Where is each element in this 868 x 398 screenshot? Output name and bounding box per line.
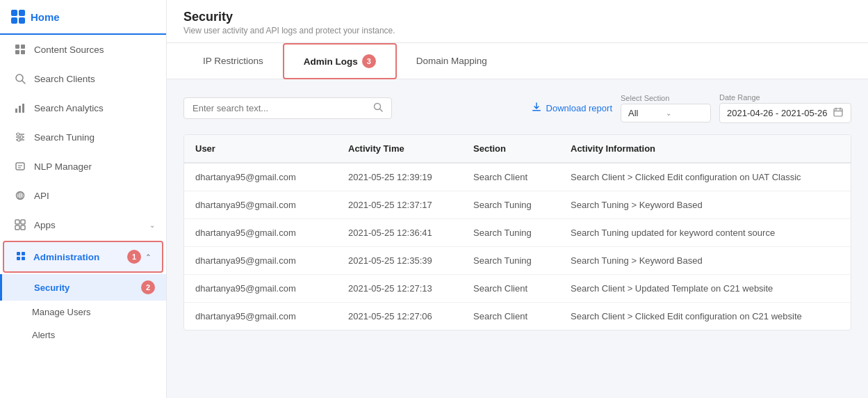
sidebar-item-search-clients[interactable]: Search Clients [0, 64, 166, 93]
table-row: dhartanya95@gmail.com 2021-05-25 12:36:4… [184, 219, 851, 247]
apps-icon [13, 218, 27, 232]
cell-section-1: Search Tuning [462, 191, 559, 219]
cell-time-1: 2021-05-25 12:37:17 [337, 191, 462, 219]
tab-admin-logs[interactable]: Admin Logs 3 [283, 43, 397, 79]
cell-section-3: Search Tuning [462, 247, 559, 275]
cell-time-0: 2021-05-25 12:39:19 [337, 163, 462, 191]
tab-ip-restrictions[interactable]: IP Restrictions [183, 46, 283, 77]
administration-chevron-icon: ⌃ [145, 253, 151, 261]
table-header-row: User Activity Time Section Activity Info… [184, 135, 851, 163]
table-row: dhartanya95@gmail.com 2021-05-25 12:27:1… [184, 275, 851, 303]
col-header-section: Section [462, 135, 559, 163]
api-icon [13, 189, 27, 202]
svg-rect-31 [532, 110, 541, 111]
search-icon[interactable] [373, 102, 383, 114]
cell-user-4: dhartanya95@gmail.com [184, 275, 337, 303]
table-row: dhartanya95@gmail.com 2021-05-25 12:27:0… [184, 303, 851, 331]
content-area: Download report Select Section All ⌄ Dat… [167, 79, 868, 398]
svg-rect-15 [16, 163, 24, 170]
sidebar-search-analytics-label: Search Analytics [34, 103, 104, 113]
sidebar-security-label: Security [34, 282, 69, 293]
table-row: dhartanya95@gmail.com 2021-05-25 12:37:1… [184, 191, 851, 219]
sidebar-logo[interactable]: Home [0, 0, 166, 35]
sidebar-search-tuning-label: Search Tuning [34, 132, 95, 143]
svg-rect-2 [15, 50, 19, 54]
cell-user-2: dhartanya95@gmail.com [184, 219, 337, 247]
col-header-info: Activity Information [559, 135, 851, 163]
sidebar: Home Content Sources Search Clients Sear… [0, 0, 167, 398]
sidebar-item-api[interactable]: API [0, 181, 166, 210]
svg-rect-3 [21, 50, 25, 54]
tabs-bar: IP Restrictions Admin Logs 3 Domain Mapp… [167, 43, 868, 79]
sidebar-administration-label: Administration [33, 252, 99, 262]
cell-info-2: Search Tuning updated for keyword conten… [559, 219, 851, 247]
search-tuning-icon [13, 130, 27, 144]
cell-user-1: dhartanya95@gmail.com [184, 191, 337, 219]
security-badge: 2 [141, 280, 155, 294]
page-header: Security View user activity and API logs… [167, 0, 868, 43]
date-range-label: Date Range [719, 93, 851, 102]
svg-rect-8 [22, 104, 24, 113]
administration-badge: 1 [127, 250, 141, 264]
apps-chevron-icon: ⌄ [149, 221, 155, 229]
cell-section-0: Search Client [462, 163, 559, 191]
sidebar-item-nlp-manager[interactable]: NLP Manager [0, 152, 166, 181]
svg-line-5 [22, 81, 25, 83]
download-report-link[interactable]: Download report [531, 102, 612, 115]
svg-rect-0 [15, 45, 19, 49]
select-section-group: Select Section All ⌄ [621, 94, 711, 122]
search-clients-icon [13, 72, 27, 86]
cell-info-5: Search Client > Clicked Edit configurati… [559, 303, 851, 331]
table-row: dhartanya95@gmail.com 2021-05-25 12:35:3… [184, 247, 851, 275]
sidebar-sub-item-security[interactable]: Security 2 [0, 274, 166, 301]
cell-info-1: Search Tuning > Keyword Based [559, 191, 851, 219]
cell-info-0: Search Client > Clicked Edit configurati… [559, 163, 851, 191]
select-section-dropdown[interactable]: All ⌄ [621, 104, 711, 122]
svg-rect-26 [22, 252, 25, 255]
svg-rect-27 [17, 257, 20, 260]
cell-time-2: 2021-05-25 12:36:41 [337, 219, 462, 247]
sidebar-item-search-tuning[interactable]: Search Tuning [0, 122, 166, 152]
sidebar-item-administration[interactable]: Administration 1 ⌃ [3, 241, 163, 273]
date-range-value: 2021-04-26 - 2021-05-26 [727, 108, 828, 118]
search-box[interactable] [183, 97, 392, 119]
svg-line-30 [380, 109, 383, 112]
sidebar-home-label: Home [31, 11, 60, 23]
sidebar-item-search-analytics[interactable]: Search Analytics [0, 93, 166, 122]
main-content: Security View user activity and API logs… [167, 0, 868, 398]
sidebar-item-content-sources[interactable]: Content Sources [0, 35, 166, 64]
svg-rect-25 [17, 252, 20, 255]
sidebar-search-clients-label: Search Clients [34, 74, 95, 84]
sidebar-sub-item-manage-users[interactable]: Manage Users [0, 301, 166, 324]
svg-point-13 [20, 136, 23, 138]
svg-rect-6 [15, 109, 17, 113]
cell-section-5: Search Client [462, 303, 559, 331]
date-range-picker[interactable]: 2021-04-26 - 2021-05-26 [719, 103, 851, 123]
calendar-icon[interactable] [833, 107, 843, 119]
search-analytics-icon [13, 101, 27, 115]
cell-section-4: Search Client [462, 275, 559, 303]
filter-row: Download report Select Section All ⌄ Dat… [183, 93, 851, 123]
page-title: Security [183, 10, 851, 24]
cell-info-3: Search Tuning > Keyword Based [559, 247, 851, 275]
cell-user-3: dhartanya95@gmail.com [184, 247, 337, 275]
search-input[interactable] [193, 103, 368, 113]
sidebar-api-label: API [34, 191, 49, 201]
svg-rect-24 [21, 225, 25, 230]
sidebar-item-apps[interactable]: Apps ⌄ [0, 210, 166, 239]
administration-icon [15, 250, 26, 264]
select-section-value: All [628, 108, 638, 118]
cell-info-4: Search Client > Updated Template on C21 … [559, 275, 851, 303]
content-sources-icon [13, 42, 27, 56]
tab-domain-mapping[interactable]: Domain Mapping [397, 46, 507, 77]
logo-grid-icon [11, 10, 25, 24]
sidebar-sub-item-alerts[interactable]: Alerts [0, 324, 166, 347]
sidebar-content-sources-label: Content Sources [34, 45, 104, 55]
cell-time-5: 2021-05-25 12:27:06 [337, 303, 462, 331]
col-header-time: Activity Time [337, 135, 462, 163]
svg-rect-22 [21, 220, 25, 224]
sidebar-nlp-manager-label: NLP Manager [34, 161, 92, 172]
svg-point-12 [17, 133, 19, 136]
svg-rect-21 [15, 220, 19, 224]
cell-user-5: dhartanya95@gmail.com [184, 303, 337, 331]
